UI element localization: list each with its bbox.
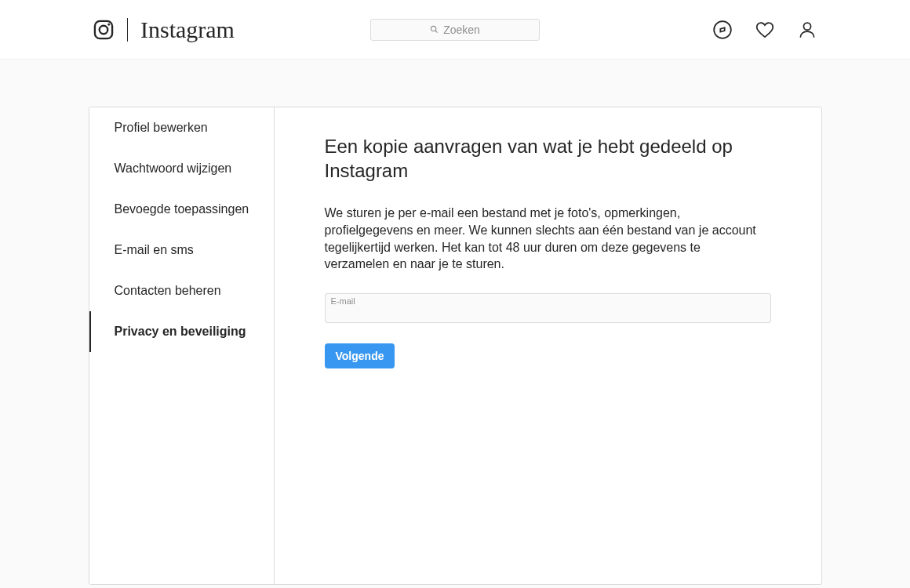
sidebar-item-email-sms[interactable]: E-mail en sms	[89, 230, 274, 270]
page-background: Profiel bewerken Wachtwoord wijzigen Bev…	[0, 60, 910, 588]
profile-icon[interactable]	[797, 20, 817, 40]
svg-point-2	[107, 23, 110, 25]
svg-point-7	[803, 23, 810, 30]
sidebar-item-label: Privacy en beveiliging	[115, 325, 246, 339]
sidebar-item-edit-profile[interactable]: Profiel bewerken	[89, 107, 274, 148]
email-field[interactable]	[325, 293, 771, 323]
brand-wordmark[interactable]: Instagram	[140, 16, 235, 43]
next-button[interactable]: Volgende	[325, 343, 395, 368]
top-bar: Instagram Zoeken	[0, 0, 910, 60]
brand-block: Instagram	[93, 16, 235, 43]
instagram-glyph-icon[interactable]	[93, 19, 115, 41]
svg-rect-0	[95, 20, 112, 38]
sidebar-item-manage-contacts[interactable]: Contacten beheren	[89, 270, 274, 311]
sidebar-item-label: E-mail en sms	[115, 243, 194, 257]
svg-point-3	[431, 26, 436, 31]
svg-marker-6	[720, 27, 724, 31]
search-placeholder: Zoeken	[443, 24, 480, 36]
svg-point-1	[100, 25, 108, 34]
sidebar-item-change-password[interactable]: Wachtwoord wijzigen	[89, 148, 274, 189]
search-wrap: Zoeken	[370, 19, 540, 41]
nav-icons	[712, 20, 817, 40]
settings-sidebar: Profiel bewerken Wachtwoord wijzigen Bev…	[89, 107, 275, 584]
sidebar-item-label: Contacten beheren	[115, 284, 221, 298]
email-field-wrap: E-mail	[325, 293, 771, 323]
explore-icon[interactable]	[712, 20, 733, 40]
search-input[interactable]: Zoeken	[370, 19, 540, 41]
sidebar-item-privacy-security[interactable]: Privacy en beveiliging	[89, 311, 274, 352]
svg-line-4	[435, 31, 438, 33]
settings-card: Profiel bewerken Wachtwoord wijzigen Bev…	[89, 107, 822, 585]
sidebar-item-label: Bevoegde toepassingen	[115, 202, 249, 216]
page-description: We sturen je per e-mail een bestand met …	[325, 205, 764, 272]
settings-main: Een kopie aanvragen van wat je hebt gede…	[275, 107, 821, 584]
sidebar-item-label: Profiel bewerken	[115, 121, 208, 135]
activity-heart-icon[interactable]	[755, 20, 775, 40]
svg-point-5	[714, 21, 731, 38]
search-icon	[430, 25, 439, 34]
page-title: Een kopie aanvragen van wat je hebt gede…	[325, 134, 771, 183]
brand-divider	[127, 18, 128, 42]
sidebar-item-label: Wachtwoord wijzigen	[115, 162, 232, 176]
sidebar-item-authorized-apps[interactable]: Bevoegde toepassingen	[89, 189, 274, 230]
